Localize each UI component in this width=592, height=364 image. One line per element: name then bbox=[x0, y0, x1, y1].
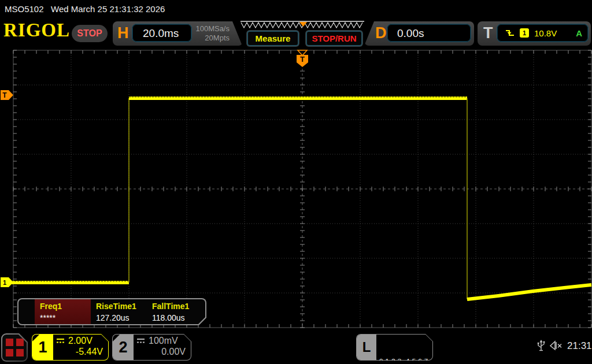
trigger-source-badge: 1 bbox=[520, 28, 529, 38]
measurement-name: FallTime1 bbox=[152, 302, 203, 311]
channel1-scale: 2.00V bbox=[68, 336, 92, 346]
memory-waveform-preview[interactable] bbox=[240, 21, 365, 31]
measurement-value: ***** bbox=[40, 313, 91, 322]
acquisition-info: 100MSa/s 20Mpts bbox=[195, 24, 230, 43]
dc-coupling-icon bbox=[136, 338, 145, 344]
channel2-badge[interactable]: 2 100mV 0.00V bbox=[112, 334, 191, 361]
measurement-item[interactable]: RiseTime1127.20us bbox=[91, 299, 147, 324]
channel2-scale: 100mV bbox=[149, 336, 178, 346]
channel1-position-marker[interactable]: 1 bbox=[1, 277, 13, 287]
channel1-offset: -5.44V bbox=[56, 347, 103, 357]
trigger-level-marker[interactable]: T bbox=[1, 90, 13, 100]
measurement-item[interactable]: Freq1***** bbox=[35, 299, 91, 324]
logic-channels-badge[interactable]: L 0 1 2 3 4 5 6 7 8 9 10 11 12 13 14 15 bbox=[356, 334, 433, 361]
channel1-trace bbox=[12, 97, 591, 299]
waveform-display: T T 1 bbox=[0, 49, 592, 329]
usb-icon bbox=[536, 339, 546, 353]
falling-edge-icon bbox=[505, 29, 515, 37]
trigger-level-letter: T bbox=[2, 91, 7, 99]
sample-rate: 100MSa/s bbox=[195, 24, 230, 34]
trigger-label: T bbox=[483, 25, 493, 41]
measurement-name: RiseTime1 bbox=[96, 302, 147, 311]
model-name: MSO5102 bbox=[5, 4, 44, 14]
horizontal-settings-group[interactable]: H 20.0ms 100MSa/s 20Mpts bbox=[113, 21, 242, 46]
dc-coupling-icon bbox=[56, 338, 65, 344]
clock-text: 21:31 bbox=[567, 340, 592, 352]
trigger-position-marker[interactable]: T bbox=[297, 50, 308, 67]
trigger-sweep-mode: A bbox=[576, 28, 582, 38]
measurement-item[interactable]: FallTime1118.00us bbox=[147, 299, 203, 324]
stop-run-button[interactable]: STOP/RUN bbox=[306, 31, 362, 46]
menu-grid-icon bbox=[2, 335, 27, 361]
timebase-value[interactable]: 20.0ms bbox=[132, 24, 192, 42]
oscilloscope-screen: MSO5102 Wed March 25 21:31:32 2026 RIGOL… bbox=[0, 0, 592, 364]
measurement-value: 118.00us bbox=[152, 313, 203, 322]
rigol-logo: RIGOL bbox=[3, 21, 70, 40]
logic-row-top: 0 1 2 3 4 5 6 7 bbox=[379, 356, 431, 364]
trigger-info-box[interactable]: 1 10.8V A bbox=[497, 24, 589, 42]
measure-button[interactable]: Measure bbox=[247, 31, 299, 46]
channel1-marker-number: 1 bbox=[3, 279, 6, 286]
speaker-muted-icon[interactable] bbox=[548, 340, 563, 351]
menu-grid-button[interactable] bbox=[1, 333, 28, 362]
measurement-panel-body: Freq1*****RiseTime1127.20usFallTime1118.… bbox=[18, 299, 205, 324]
measurement-name: Freq1 bbox=[40, 302, 91, 311]
channel1-badge[interactable]: 1 2.00V -5.44V bbox=[32, 334, 109, 361]
graticule-grid bbox=[13, 50, 591, 328]
delay-label: D bbox=[375, 25, 387, 41]
run-state-badge[interactable]: STOP bbox=[72, 25, 108, 42]
channel2-offset: 0.00V bbox=[136, 347, 186, 357]
trigger-level-value: 10.8V bbox=[534, 28, 557, 38]
title-bar: MSO5102 Wed March 25 21:31:32 2026 bbox=[0, 0, 592, 17]
trigger-position-letter: T bbox=[300, 55, 305, 64]
logic-label-tab[interactable]: L bbox=[357, 335, 376, 360]
memory-depth: 20Mpts bbox=[195, 34, 230, 43]
datetime-text: Wed March 25 21:31:32 2026 bbox=[51, 4, 165, 14]
measurement-value: 127.20us bbox=[96, 313, 147, 322]
delay-settings-group[interactable]: D 0.00s bbox=[364, 21, 474, 46]
trigger-settings-group[interactable]: T 1 10.8V A bbox=[478, 21, 591, 46]
horizontal-label: H bbox=[117, 25, 129, 41]
measurement-panel[interactable]: Freq1*****RiseTime1127.20usFallTime1118.… bbox=[17, 298, 206, 325]
delay-value[interactable]: 0.00s bbox=[387, 24, 471, 42]
